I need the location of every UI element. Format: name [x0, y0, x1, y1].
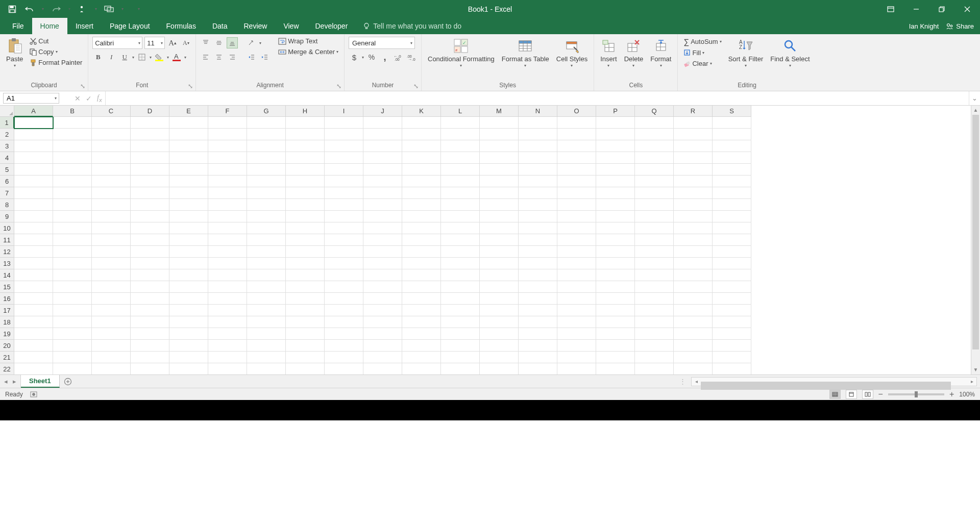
row-header[interactable]: 7 — [0, 187, 14, 199]
row-header[interactable]: 20 — [0, 340, 14, 352]
cell[interactable] — [557, 234, 596, 246]
column-header[interactable]: H — [286, 106, 325, 117]
cell[interactable] — [92, 140, 131, 152]
cell[interactable] — [14, 281, 53, 293]
cell[interactable] — [363, 176, 402, 187]
cell[interactable] — [247, 305, 286, 316]
tell-me-search[interactable]: Tell me what you want to do — [356, 18, 461, 34]
cell[interactable] — [402, 305, 441, 316]
cell[interactable] — [441, 316, 480, 328]
cell[interactable] — [635, 140, 674, 152]
cell[interactable] — [674, 269, 713, 281]
format-cells-button[interactable]: Format▾ — [648, 36, 673, 69]
cell[interactable] — [169, 293, 208, 305]
cell[interactable] — [519, 187, 557, 199]
cell[interactable] — [441, 187, 480, 199]
cell[interactable] — [713, 328, 751, 340]
enter-formula-icon[interactable]: ✓ — [86, 94, 92, 103]
cell[interactable] — [208, 199, 247, 211]
cell[interactable] — [674, 164, 713, 176]
cell[interactable] — [713, 222, 751, 234]
cell[interactable] — [519, 199, 557, 211]
cell[interactable] — [92, 281, 131, 293]
row-header[interactable]: 22 — [0, 363, 14, 374]
cell[interactable] — [363, 222, 402, 234]
select-all-button[interactable] — [0, 106, 14, 117]
customize-qat-icon[interactable]: ▾ — [138, 7, 140, 11]
cell[interactable] — [131, 352, 169, 363]
cell[interactable] — [674, 258, 713, 269]
cell[interactable] — [480, 258, 519, 269]
cell[interactable] — [480, 187, 519, 199]
cell[interactable] — [208, 246, 247, 258]
cell[interactable] — [247, 234, 286, 246]
redo-icon[interactable] — [51, 4, 61, 14]
row-header[interactable]: 17 — [0, 305, 14, 316]
cell[interactable] — [92, 258, 131, 269]
dropdown-caret-icon[interactable]: ▾ — [167, 55, 169, 60]
cell[interactable] — [635, 269, 674, 281]
cell[interactable] — [325, 187, 363, 199]
cell[interactable] — [131, 246, 169, 258]
cell[interactable] — [363, 187, 402, 199]
column-header[interactable]: I — [325, 106, 363, 117]
cell[interactable] — [441, 269, 480, 281]
font-color-button[interactable]: A — [171, 52, 182, 63]
cell[interactable] — [363, 258, 402, 269]
borders-button[interactable] — [136, 52, 148, 63]
cell[interactable] — [557, 187, 596, 199]
cell[interactable] — [14, 234, 53, 246]
increase-indent-icon[interactable] — [259, 52, 271, 63]
cell[interactable] — [519, 234, 557, 246]
cell[interactable] — [441, 246, 480, 258]
cell[interactable] — [208, 281, 247, 293]
cell[interactable] — [713, 152, 751, 164]
decrease-font-icon[interactable]: A▾ — [180, 37, 191, 48]
cell[interactable] — [247, 152, 286, 164]
cell[interactable] — [14, 246, 53, 258]
cell[interactable] — [596, 164, 635, 176]
cell[interactable] — [247, 293, 286, 305]
save-icon[interactable] — [7, 4, 17, 14]
row-header[interactable]: 13 — [0, 258, 14, 269]
cell[interactable] — [713, 246, 751, 258]
cell[interactable] — [325, 140, 363, 152]
cell[interactable] — [286, 187, 325, 199]
zoom-level[interactable]: 100% — [959, 391, 975, 398]
cell[interactable] — [713, 352, 751, 363]
cell[interactable] — [713, 140, 751, 152]
cell[interactable] — [674, 328, 713, 340]
cell[interactable] — [519, 176, 557, 187]
cell[interactable] — [131, 363, 169, 374]
cell[interactable] — [713, 293, 751, 305]
cell[interactable] — [53, 258, 92, 269]
cell[interactable] — [480, 340, 519, 352]
cell[interactable] — [169, 140, 208, 152]
cell[interactable] — [713, 187, 751, 199]
cell[interactable] — [286, 176, 325, 187]
column-header[interactable]: K — [402, 106, 441, 117]
cell[interactable] — [169, 234, 208, 246]
cell[interactable] — [363, 293, 402, 305]
cell[interactable] — [169, 281, 208, 293]
cell[interactable] — [441, 211, 480, 222]
cell[interactable] — [208, 222, 247, 234]
cell[interactable] — [208, 140, 247, 152]
cell[interactable] — [519, 340, 557, 352]
cell[interactable] — [441, 140, 480, 152]
cell[interactable] — [169, 258, 208, 269]
cell[interactable] — [208, 328, 247, 340]
cell[interactable] — [131, 281, 169, 293]
cell[interactable] — [674, 117, 713, 129]
cell[interactable] — [441, 234, 480, 246]
cell[interactable] — [286, 352, 325, 363]
cell[interactable] — [557, 152, 596, 164]
cell[interactable] — [286, 234, 325, 246]
cell[interactable] — [596, 234, 635, 246]
normal-view-button[interactable] — [829, 390, 841, 399]
sort-filter-button[interactable]: AZSort & Filter▾ — [726, 36, 766, 69]
cell[interactable] — [674, 293, 713, 305]
row-header[interactable]: 2 — [0, 129, 14, 140]
cell[interactable] — [674, 222, 713, 234]
cell[interactable] — [480, 281, 519, 293]
